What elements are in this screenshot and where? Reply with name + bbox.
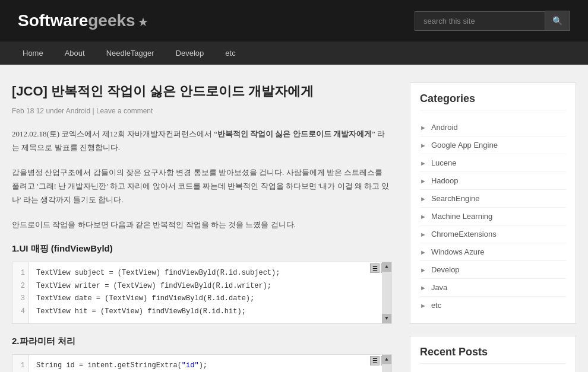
logo-geeks: geeks <box>88 11 135 30</box>
arrow-icon-hadoop: ► <box>420 177 426 185</box>
nav-about[interactable]: About <box>54 42 96 65</box>
arrow-icon-gae: ► <box>420 142 426 149</box>
categories-section: Categories ► Android ► Google App Engine… <box>410 82 576 324</box>
category-label-searchengine: SearchEngine <box>431 194 480 203</box>
code-scrollbar-2[interactable]: ▲ ▼ <box>382 355 391 372</box>
recent-posts-title: Recent Posts <box>420 346 566 364</box>
code-lines-2: 12 String id = intent.getStringExtra("id… <box>12 355 391 372</box>
nav-home[interactable]: Home <box>12 42 54 65</box>
category-label-azure: Windows Azure <box>431 247 485 256</box>
line-numbers-2: 12 <box>12 355 29 372</box>
category-searchengine[interactable]: ► SearchEngine <box>420 190 566 208</box>
category-android[interactable]: ► Android <box>420 119 566 136</box>
post-title: [JCO] 반복적인 작업이 싫은 안드로이드 개발자에게 <box>12 82 392 101</box>
category-label-ml: Machine Learning <box>431 212 492 221</box>
leave-comment-link[interactable]: Leave a comment <box>96 107 153 115</box>
category-label-etc: etc <box>431 301 441 310</box>
post-body-2: 갑을병정 산업구조에서 갑들이의 잦은 요구사항 변경 통보를 받아보셨을 겁니… <box>12 166 392 207</box>
arrow-icon-develop: ► <box>420 266 426 274</box>
content-wrapper: [JCO] 반복적인 작업이 싫은 안드로이드 개발자에게 Feb 18 12 … <box>0 65 588 372</box>
category-java[interactable]: ► Java <box>420 279 566 297</box>
category-label-chrome: ChromeExtensions <box>431 230 497 239</box>
code-block-1: ☰ ▼ 1234 TextView subject = (TextView) f… <box>12 262 392 323</box>
arrow-icon-lucene: ► <box>420 160 426 167</box>
search-input[interactable] <box>415 11 545 31</box>
category-develop[interactable]: ► Develop <box>420 261 566 279</box>
category-google-app-engine[interactable]: ► Google App Engine <box>420 136 566 154</box>
categories-title: Categories <box>420 93 566 110</box>
category-label-gae: Google App Engine <box>431 141 498 150</box>
category-label-develop: Develop <box>431 265 460 274</box>
post-body-1: 2012.02.18(토) 코엑스에서 제12회 자바개발자컨퍼런스에서 “반복… <box>12 127 392 155</box>
code-block-2: ☰ ▼ 12 String id = intent.getStringExtra… <box>12 354 392 372</box>
nav-develop[interactable]: Develop <box>165 42 215 65</box>
arrow-icon-searchengine: ► <box>420 195 426 202</box>
main-content: [JCO] 반복적인 작업이 싫은 안드로이드 개발자에게 Feb 18 12 … <box>12 82 392 372</box>
nav-needletagger[interactable]: NeedleTagger <box>96 42 165 65</box>
category-etc[interactable]: ► etc <box>420 297 566 314</box>
category-label-lucene: Lucene <box>431 158 457 167</box>
category-lucene[interactable]: ► Lucene <box>420 154 566 172</box>
scroll-down-arrow[interactable]: ▼ <box>382 314 391 323</box>
logo[interactable]: Softwaregeeks★ <box>18 11 148 30</box>
category-chrome-extensions[interactable]: ► ChromeExtensions <box>420 225 566 243</box>
category-windows-azure[interactable]: ► Windows Azure <box>420 243 566 261</box>
code-copy-btn-2[interactable]: ☰ <box>370 356 380 365</box>
header: Softwaregeeks★ 🔍 <box>0 0 588 42</box>
section-heading-1: 1.UI 매핑 (findViewByld) <box>12 243 392 255</box>
post-meta: Feb 18 12 under Android | Leave a commen… <box>12 107 392 115</box>
arrow-icon-java: ► <box>420 284 426 291</box>
category-machine-learning[interactable]: ► Machine Learning <box>420 208 566 225</box>
arrow-icon-azure: ► <box>420 249 426 256</box>
arrow-icon-ml: ► <box>420 213 426 220</box>
search-button[interactable]: 🔍 <box>545 11 570 31</box>
scroll-up-arrow-2[interactable]: ▲ <box>382 355 391 364</box>
category-label-java: Java <box>431 283 447 292</box>
nav-etc[interactable]: etc <box>214 42 246 65</box>
code-copy-btn[interactable]: ☰ <box>370 263 380 273</box>
recent-posts-section: Recent Posts <box>410 336 576 372</box>
section-heading-2: 2.파라미터 처리 <box>12 336 392 347</box>
arrow-icon-etc: ► <box>420 302 426 309</box>
post-body-3: 안드로이드 작업을 하다보면 다음과 같은 반복적인 작업을 하는 것을 느꼈을… <box>12 218 392 231</box>
code-content-1: TextView subject = (TextView) findViewBy… <box>29 262 287 323</box>
line-numbers-1: 1234 <box>12 262 29 323</box>
search-form: 🔍 <box>415 11 570 31</box>
logo-software: Software <box>18 11 88 30</box>
post-bold-text: 반복적인 작업이 싫은 안드로이드 개발자에게 <box>217 129 372 138</box>
arrow-icon-android: ► <box>420 124 426 131</box>
code-content-2: String id = intent.getStringExtra("id");… <box>29 355 232 372</box>
category-hadoop[interactable]: ► Hadoop <box>420 172 566 190</box>
main-nav: Home About NeedleTagger Develop etc <box>0 42 588 65</box>
logo-star: ★ <box>138 15 148 28</box>
code-lines-1: 1234 TextView subject = (TextView) findV… <box>12 262 391 323</box>
code-scrollbar-1[interactable]: ▲ ▼ <box>382 262 391 323</box>
arrow-icon-chrome: ► <box>420 231 426 238</box>
logo-text: Softwaregeeks★ <box>18 11 148 30</box>
category-label-android: Android <box>431 123 458 132</box>
post-category-link[interactable]: Android <box>66 107 90 115</box>
sidebar: Categories ► Android ► Google App Engine… <box>410 82 576 372</box>
scroll-up-arrow[interactable]: ▲ <box>382 262 391 272</box>
category-label-hadoop: Hadoop <box>431 176 459 185</box>
